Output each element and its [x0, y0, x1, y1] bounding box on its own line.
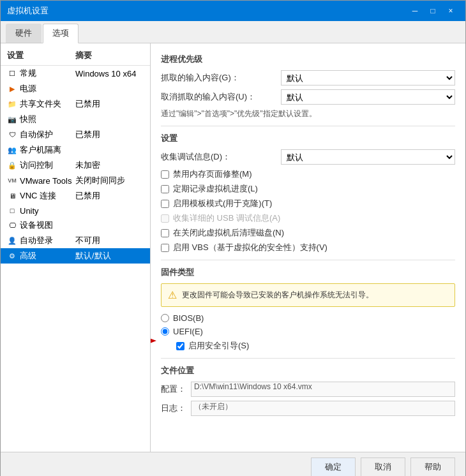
grab-input-label: 抓取的输入内容(G)：: [161, 72, 276, 84]
firmware-warning-box: ⚠ 更改固件可能会导致已安装的客户机操作系统无法引导。: [161, 283, 455, 307]
uefi-radio[interactable]: [161, 327, 169, 336]
autologin-summary: 不可用: [75, 235, 144, 246]
tab-bar: 硬件 选项: [1, 21, 465, 43]
tab-hardware[interactable]: 硬件: [6, 24, 41, 43]
arrow-indicator: [151, 331, 161, 350]
sidebar-item-device-view[interactable]: 🖵 设备视图: [1, 218, 150, 233]
tab-options[interactable]: 选项: [43, 24, 79, 43]
general-icon: ☐: [7, 68, 17, 78]
main-window: 虚拟机设置 ─ □ × 硬件 选项 设置 摘要 ☐ 常规 Windows 10 …: [0, 0, 466, 476]
left-panel-header: 设置 摘要: [1, 48, 150, 66]
vbs-label: 启用 VBS（基于虚拟化的安全性）支持(V): [173, 242, 327, 253]
general-label: 常规: [20, 68, 36, 79]
snapshot-icon: 📷: [7, 114, 17, 124]
shared-folders-summary: 已禁用: [75, 98, 144, 110]
col-summary: 摘要: [75, 50, 144, 61]
secure-boot-checkbox[interactable]: [176, 342, 184, 350]
general-summary: Windows 10 x64: [75, 69, 144, 78]
sidebar-item-snapshot[interactable]: 📷 快照: [1, 112, 150, 127]
ok-button[interactable]: 确定: [311, 457, 356, 476]
advanced-label: 高级: [20, 250, 36, 262]
title-bar: 虚拟机设置 ─ □ ×: [1, 1, 465, 21]
cancel-button[interactable]: 取消: [361, 457, 405, 476]
settings-section-title: 设置: [161, 133, 455, 144]
bottom-bar: 确定 取消 帮助: [1, 452, 465, 476]
vmware-tools-label: VMware Tools: [20, 176, 71, 186]
priority-section-title: 进程优先级: [161, 54, 455, 65]
shared-folders-icon: 📁: [7, 99, 17, 109]
vnc-icon: 🖥: [7, 191, 17, 201]
clean-disk-label: 在关闭此虚拟机后清理磁盘(N): [173, 227, 284, 239]
checkbox-disable-mem: 禁用内存页面修整(M): [161, 168, 455, 180]
sidebar-item-general[interactable]: ☐ 常规 Windows 10 x64: [1, 66, 150, 81]
grab-input-row: 抓取的输入内容(G)： 默认 低 普通 高 最高: [161, 70, 455, 86]
sidebar-item-autologin[interactable]: 👤 自动登录 不可用: [1, 233, 150, 248]
shared-folders-label: 共享文件夹: [20, 98, 61, 110]
help-button[interactable]: 帮助: [410, 457, 455, 476]
divider-1: [161, 126, 455, 126]
log-row: 日志： （未开启）: [161, 401, 455, 416]
vmware-tools-icon: VM: [7, 175, 17, 186]
firmware-options: BIOS(B) UEFI(E): [161, 313, 455, 352]
sidebar-item-vnc[interactable]: 🖥 VNC 连接 已禁用: [1, 188, 150, 204]
guest-isolation-label: 客户机隔离: [20, 144, 61, 156]
grab-input-select[interactable]: 默认 低 普通 高 最高: [281, 70, 455, 86]
debug-label: 收集调试信息(D)：: [161, 151, 276, 163]
right-panel: 进程优先级 抓取的输入内容(G)： 默认 低 普通 高 最高 取消抓取的输入内容…: [151, 43, 465, 452]
access-control-icon: 🔒: [7, 160, 17, 170]
autosave-label: 自动保护: [20, 129, 53, 140]
clean-disk-checkbox[interactable]: [161, 229, 169, 237]
disable-mem-checkbox[interactable]: [161, 170, 169, 179]
autologin-label: 自动登录: [20, 235, 53, 246]
unity-label: Unity: [20, 206, 39, 216]
close-button[interactable]: ×: [442, 4, 459, 17]
autosave-summary: 已禁用: [75, 129, 144, 140]
debug-select[interactable]: 默认 无 基本 详细: [281, 149, 455, 165]
uefi-radio-row: UEFI(E): [161, 327, 455, 336]
collect-usb-label: 收集详细的 USB 调试信息(A): [173, 212, 280, 224]
vnc-summary: 已禁用: [75, 190, 144, 202]
sidebar-item-shared-folders[interactable]: 📁 共享文件夹 已禁用: [1, 96, 150, 112]
unity-icon: □: [7, 205, 17, 216]
vbs-checkbox[interactable]: [161, 244, 169, 252]
debug-row: 收集调试信息(D)： 默认 无 基本 详细: [161, 149, 455, 165]
access-control-summary: 未加密: [75, 160, 144, 171]
sidebar-item-guest-isolation[interactable]: 👥 客户机隔离: [1, 142, 150, 158]
secure-boot-label: 启用安全引导(S): [188, 340, 249, 352]
warning-icon: ⚠: [168, 289, 177, 301]
template-mode-checkbox[interactable]: [161, 200, 169, 208]
sidebar-item-vmware-tools[interactable]: VM VMware Tools 关闭时间同步: [1, 173, 150, 188]
secure-boot-row: 启用安全引导(S): [176, 340, 455, 352]
sidebar-item-advanced[interactable]: ⚙ 高级 默认/默认: [1, 248, 150, 264]
log-progress-label: 定期记录虚拟机进度(L): [173, 183, 258, 195]
autosave-icon: 🛡: [7, 130, 17, 140]
access-control-label: 访问控制: [20, 160, 53, 171]
maximize-button[interactable]: □: [425, 4, 441, 17]
sidebar-item-power[interactable]: ▶ 电源: [1, 81, 150, 96]
divider-3: [161, 358, 455, 359]
divider-2: [161, 260, 455, 260]
autologin-icon: 👤: [7, 235, 17, 246]
sidebar-item-unity[interactable]: □ Unity: [1, 204, 150, 218]
log-value: （未开启）: [191, 401, 455, 416]
bios-radio[interactable]: [161, 314, 169, 322]
checkbox-clean-disk: 在关闭此虚拟机后清理磁盘(N): [161, 227, 455, 239]
ungrab-input-select[interactable]: 默认 低 普通 高 最高: [281, 89, 455, 105]
priority-note: 通过"编辑">"首选项">"优先级"指定默认设置。: [161, 108, 455, 119]
sidebar-item-autosave[interactable]: 🛡 自动保护 已禁用: [1, 127, 150, 142]
collect-usb-checkbox[interactable]: [161, 214, 169, 223]
minimize-button[interactable]: ─: [407, 4, 423, 17]
bios-radio-row: BIOS(B): [161, 313, 455, 323]
device-view-icon: 🖵: [7, 220, 17, 230]
bios-label: BIOS(B): [173, 313, 204, 323]
firmware-warning-text: 更改固件可能会导致已安装的客户机操作系统无法引导。: [182, 289, 373, 301]
checkbox-template-mode: 启用模板模式(用于克隆)(T): [161, 198, 455, 209]
checkbox-vbs: 启用 VBS（基于虚拟化的安全性）支持(V): [161, 242, 455, 253]
file-section-title: 文件位置: [161, 365, 455, 376]
vnc-label: VNC 连接: [20, 190, 56, 202]
main-content: 设置 摘要 ☐ 常规 Windows 10 x64 ▶ 电源: [1, 43, 465, 452]
advanced-icon: ⚙: [7, 251, 17, 261]
log-progress-checkbox[interactable]: [161, 185, 169, 193]
sidebar-item-access-control[interactable]: 🔒 访问控制 未加密: [1, 158, 150, 173]
vmware-tools-summary: 关闭时间同步: [75, 175, 144, 186]
